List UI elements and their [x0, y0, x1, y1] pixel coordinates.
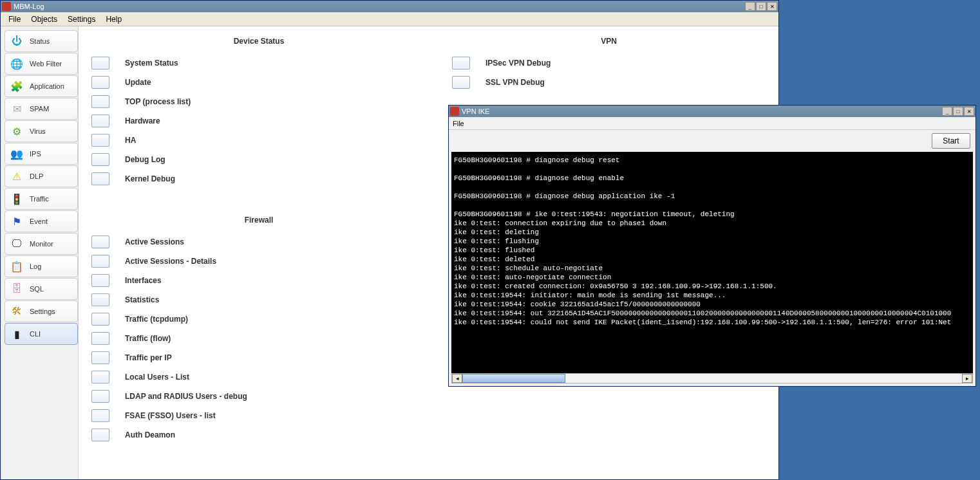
sidebar-item-log[interactable]: 📋Log [5, 255, 78, 277]
sidebar-item-settings[interactable]: 🛠Settings [5, 300, 78, 322]
sidebar-item-monitor[interactable]: 🖵Monitor [5, 233, 78, 255]
sidebar-item-label: CLI [30, 330, 41, 338]
popup-titlebar: VPN IKE _ □ ✕ [449, 106, 975, 117]
section-vpn: IPSec VPN DebugSSL VPN Debug [452, 53, 766, 92]
list-item: Auth Deamon [91, 425, 426, 445]
launch-button[interactable] [91, 293, 109, 306]
spam-icon: ✉ [9, 101, 24, 116]
list-item: System Status [91, 53, 426, 73]
sidebar-item-traffic[interactable]: 🚦Traffic [5, 188, 78, 210]
sidebar-item-label: Settings [30, 308, 55, 315]
popup-close-button[interactable]: ✕ [964, 107, 974, 116]
sidebar-item-dlp[interactable]: ⚠DLP [5, 165, 78, 187]
sidebar-item-web-filter[interactable]: 🌐Web Filter [5, 53, 78, 75]
launch-button[interactable] [91, 274, 109, 287]
sidebar-item-virus[interactable]: ⚙Virus [5, 120, 78, 142]
sidebar-item-spam[interactable]: ✉SPAM [5, 98, 78, 120]
start-button[interactable]: Start [932, 133, 970, 149]
list-item: Statistics [91, 290, 426, 309]
list-item: Hardware [91, 111, 426, 131]
popup-maximize-button[interactable]: □ [953, 107, 963, 116]
launch-button[interactable] [91, 57, 109, 69]
item-label: SSL VPN Debug [485, 78, 545, 87]
sidebar-item-label: Traffic [30, 195, 49, 203]
close-button[interactable]: ✕ [767, 2, 777, 11]
menu-settings[interactable]: Settings [62, 14, 100, 25]
launch-button[interactable] [91, 313, 109, 326]
item-label: Interfaces [125, 276, 162, 285]
launch-button[interactable] [91, 255, 109, 268]
sidebar-item-label: Application [30, 82, 64, 90]
scroll-thumb[interactable] [462, 374, 565, 383]
menu-help[interactable]: Help [100, 14, 127, 25]
item-label: FSAE (FSSO) Users - list [125, 411, 216, 420]
main-titlebar: MBM-Log _ □ ✕ [1, 1, 778, 12]
monitor-icon: 🖵 [9, 236, 24, 252]
sidebar-item-label: Monitor [30, 240, 53, 248]
list-item: Local Users - List [91, 367, 426, 387]
launch-button[interactable] [91, 76, 109, 89]
sidebar-item-label: Web Filter [30, 60, 62, 68]
item-label: LDAP and RADIUS Users - debug [125, 392, 247, 401]
web-filter-icon: 🌐 [9, 56, 24, 71]
sidebar-item-application[interactable]: 🧩Application [5, 75, 78, 97]
popup-toolbar: Start [449, 130, 975, 152]
menu-file[interactable]: File [3, 14, 26, 25]
launch-button[interactable] [91, 172, 109, 185]
sql-icon: 🗄 [9, 281, 24, 297]
popup-minimize-button[interactable]: _ [942, 107, 952, 116]
list-item: IPSec VPN Debug [452, 53, 766, 73]
item-label: Traffic (tcpdump) [125, 315, 188, 324]
launch-button[interactable] [91, 371, 109, 383]
launch-button[interactable] [91, 153, 109, 166]
item-label: Debug Log [125, 155, 165, 164]
list-item: HA [91, 131, 426, 150]
list-item: Kernel Debug [91, 169, 426, 189]
launch-button[interactable] [91, 390, 109, 403]
item-label: TOP (process list) [125, 97, 191, 106]
launch-button[interactable] [452, 76, 470, 89]
launch-button[interactable] [91, 351, 109, 364]
section-vpn-header: VPN [452, 33, 766, 53]
minimize-button[interactable]: _ [745, 2, 755, 11]
maximize-button[interactable]: □ [756, 2, 766, 11]
traffic-icon: 🚦 [9, 191, 24, 207]
sidebar-item-label: Virus [30, 127, 46, 135]
sidebar-item-sql[interactable]: 🗄SQL [5, 278, 78, 300]
section-device-status: System StatusUpdateTOP (process list)Har… [91, 53, 426, 189]
sidebar-item-ips[interactable]: 👥IPS [5, 143, 78, 165]
popup-title: VPN IKE [462, 107, 489, 115]
launch-button[interactable] [91, 409, 109, 422]
launch-button[interactable] [91, 115, 109, 127]
ips-icon: 👥 [9, 146, 24, 162]
menu-objects[interactable]: Objects [26, 14, 62, 25]
launch-button[interactable] [91, 429, 109, 441]
launch-button[interactable] [452, 57, 470, 69]
sidebar-item-cli[interactable]: ▮CLI [5, 323, 78, 345]
list-item: Traffic (tcpdump) [91, 309, 426, 329]
launch-button[interactable] [91, 332, 109, 345]
list-item: Debug Log [91, 150, 426, 169]
application-icon: 🧩 [9, 78, 24, 94]
horizontal-scrollbar[interactable]: ◂ ▸ [451, 373, 973, 383]
list-item: Interfaces [91, 271, 426, 290]
scroll-left-arrow[interactable]: ◂ [452, 374, 462, 383]
item-label: Active Sessions - Details [125, 257, 216, 266]
launch-button[interactable] [91, 134, 109, 147]
list-item: Update [91, 73, 426, 92]
scroll-track[interactable] [462, 374, 962, 383]
scroll-right-arrow[interactable]: ▸ [962, 374, 972, 383]
popup-app-icon [450, 107, 459, 116]
app-icon [2, 2, 11, 11]
popup-menu-file[interactable]: File [453, 120, 464, 127]
item-label: Traffic per IP [125, 353, 172, 362]
sidebar-item-status[interactable]: ⏻Status [5, 30, 78, 52]
launch-button[interactable] [91, 235, 109, 248]
list-item: Traffic per IP [91, 348, 426, 367]
sidebar-item-event[interactable]: ⚑Event [5, 210, 78, 232]
list-item: Traffic (flow) [91, 329, 426, 348]
vpn-ike-window: VPN IKE _ □ ✕ File Start FG50BH3G0960119… [448, 105, 976, 387]
list-item: SSL VPN Debug [452, 73, 766, 92]
launch-button[interactable] [91, 95, 109, 108]
main-title: MBM-Log [14, 3, 44, 10]
